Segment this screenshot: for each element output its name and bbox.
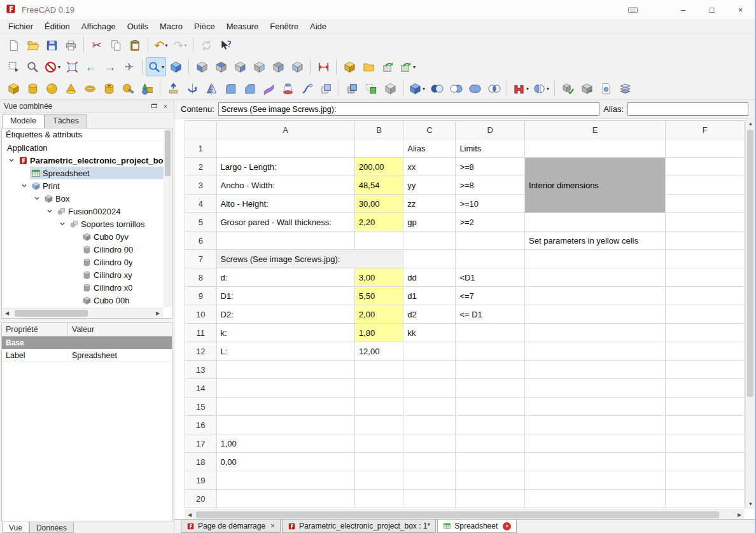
part-offset-button[interactable] bbox=[316, 79, 335, 98]
cell-D13[interactable] bbox=[456, 361, 525, 379]
column-header-A[interactable]: A bbox=[216, 121, 354, 139]
menu-fenetre[interactable]: Fenêtre bbox=[264, 20, 304, 33]
tab-close-icon[interactable]: × bbox=[270, 522, 275, 530]
cell-F13[interactable] bbox=[666, 361, 745, 379]
menu-edition[interactable]: Édition bbox=[39, 20, 76, 33]
cell-E9[interactable] bbox=[525, 287, 666, 305]
cell-F5[interactable] bbox=[666, 213, 745, 232]
cell-B11[interactable]: 1,80 bbox=[354, 324, 403, 342]
touch-keyboard-icon[interactable] bbox=[622, 0, 643, 19]
expand-caret-icon[interactable] bbox=[57, 221, 68, 227]
cell-B15[interactable] bbox=[354, 398, 403, 416]
cell-C3[interactable]: yy bbox=[403, 176, 456, 195]
cell-A8[interactable]: d: bbox=[216, 268, 354, 287]
open-button[interactable] bbox=[23, 36, 42, 55]
cell-A17[interactable]: 1,00 bbox=[216, 434, 354, 453]
part-shape-builder-button[interactable] bbox=[118, 79, 137, 98]
cell-A7[interactable]: Screws (See image Screws.jpg): bbox=[216, 250, 403, 268]
sheet-horizontal-scrollbar[interactable]: ◀ ▶ bbox=[185, 509, 745, 519]
menu-outils[interactable]: Outils bbox=[122, 20, 154, 33]
tab-close-icon[interactable]: × bbox=[503, 522, 511, 530]
expand-caret-icon[interactable] bbox=[31, 195, 43, 202]
cell-E19[interactable] bbox=[525, 471, 666, 490]
print-button[interactable] bbox=[61, 36, 80, 55]
menu-macro[interactable]: Macro bbox=[154, 20, 188, 33]
row-header-5[interactable]: 5 bbox=[185, 213, 217, 232]
cell-F15[interactable] bbox=[666, 398, 745, 416]
view-axonometric-button[interactable] bbox=[166, 57, 185, 76]
redo-dropdown-arrow[interactable]: ▾ bbox=[184, 43, 186, 48]
tree-item-parametric-electronic-project-box[interactable]: Parametric_electronic_project_box bbox=[2, 154, 172, 167]
part-offset-3d-button[interactable] bbox=[342, 79, 361, 98]
cell-A1[interactable] bbox=[216, 139, 354, 158]
sheet-corner-header[interactable] bbox=[185, 121, 217, 139]
undo-button[interactable]: ↶▾ bbox=[151, 36, 171, 55]
tree-item-cilindro-0y[interactable]: Cilindro 0y bbox=[2, 256, 172, 268]
refresh-button[interactable] bbox=[197, 36, 216, 55]
cell-A18[interactable]: 0,00 bbox=[216, 453, 354, 471]
cell-E12[interactable] bbox=[525, 342, 666, 361]
view-right-button[interactable] bbox=[230, 57, 249, 76]
part-join-connect-button[interactable]: ▾ bbox=[510, 79, 531, 98]
cell-D11[interactable] bbox=[456, 324, 525, 342]
cell-E1[interactable] bbox=[525, 139, 666, 158]
view-left-button[interactable] bbox=[288, 57, 307, 76]
property-column-header[interactable]: Propriété bbox=[2, 323, 68, 336]
measure-distance-button[interactable] bbox=[314, 57, 333, 76]
new-document-button[interactable] bbox=[4, 36, 23, 55]
part-join-connect-dropdown-arrow[interactable]: ▾ bbox=[526, 86, 529, 92]
document-tab-page-de-demarrage[interactable]: Page de démarrage× bbox=[181, 520, 281, 533]
cell-alias-input[interactable] bbox=[627, 102, 748, 116]
row-header-10[interactable]: 10 bbox=[185, 305, 217, 324]
std-part-button[interactable] bbox=[340, 57, 359, 76]
cell-D8[interactable]: <D1 bbox=[456, 268, 525, 287]
cell-F9[interactable] bbox=[666, 287, 745, 305]
cell-C18[interactable] bbox=[403, 453, 456, 471]
part-compound-dropdown-arrow[interactable]: ▾ bbox=[423, 86, 425, 92]
cell-E18[interactable] bbox=[525, 453, 666, 471]
part-mirror-button[interactable] bbox=[202, 79, 221, 98]
part-fillet-button[interactable] bbox=[221, 79, 240, 98]
tree-item-soportes-tornillos[interactable]: Soportes tornillos bbox=[2, 218, 172, 230]
tree-vertical-scrollbar-thumb[interactable] bbox=[165, 130, 171, 176]
copy-button[interactable] bbox=[106, 36, 125, 55]
part-sphere-button[interactable] bbox=[42, 79, 61, 98]
view-top-button[interactable] bbox=[211, 57, 230, 76]
dock-bottom-tab-donnees[interactable]: Données bbox=[29, 522, 74, 533]
cell-D19[interactable] bbox=[456, 471, 525, 490]
cell-F1[interactable] bbox=[666, 139, 745, 158]
tree-vertical-scrollbar[interactable] bbox=[164, 129, 172, 307]
cell-F2[interactable] bbox=[666, 158, 745, 176]
cell-C10[interactable]: d2 bbox=[403, 305, 456, 324]
cell-D6[interactable] bbox=[456, 232, 525, 250]
cell-F19[interactable] bbox=[666, 471, 745, 490]
cell-E13[interactable] bbox=[525, 361, 666, 379]
cell-E10[interactable] bbox=[525, 305, 666, 324]
cell-D7[interactable] bbox=[456, 250, 525, 268]
cell-B6[interactable] bbox=[354, 232, 403, 250]
tree-item-application[interactable]: Application bbox=[2, 141, 172, 154]
cell-D2[interactable]: >=8 bbox=[456, 158, 525, 176]
tree-horizontal-scrollbar-thumb[interactable] bbox=[15, 310, 88, 317]
cut-button[interactable]: ✂ bbox=[87, 36, 106, 55]
cell-A4[interactable]: Alto - Height: bbox=[216, 195, 354, 213]
cell-F17[interactable] bbox=[666, 434, 745, 453]
cell-B14[interactable] bbox=[354, 379, 403, 398]
part-cross-sections-button[interactable] bbox=[615, 79, 634, 98]
tree-item-box[interactable]: Box bbox=[2, 192, 172, 205]
std-group-button[interactable] bbox=[359, 57, 378, 76]
tree-item-cubo-00h[interactable]: Cubo 00h bbox=[2, 294, 172, 307]
sheet-scroll-right-arrow[interactable]: ▶ bbox=[734, 510, 745, 519]
row-header-16[interactable]: 16 bbox=[185, 416, 217, 434]
tree-item-cubo-0yv[interactable]: Cubo 0yv bbox=[2, 230, 172, 243]
cell-C8[interactable]: dd bbox=[403, 268, 456, 287]
column-header-C[interactable]: C bbox=[403, 121, 456, 139]
cell-E17[interactable] bbox=[525, 434, 666, 453]
row-header-7[interactable]: 7 bbox=[185, 250, 217, 268]
cell-A6[interactable] bbox=[216, 232, 354, 250]
dock-tab-modele[interactable]: Modèle bbox=[2, 114, 45, 128]
row-header-20[interactable]: 20 bbox=[185, 490, 217, 508]
cell-F12[interactable] bbox=[666, 342, 745, 361]
column-header-B[interactable]: B bbox=[354, 121, 403, 139]
cell-F8[interactable] bbox=[666, 268, 745, 287]
